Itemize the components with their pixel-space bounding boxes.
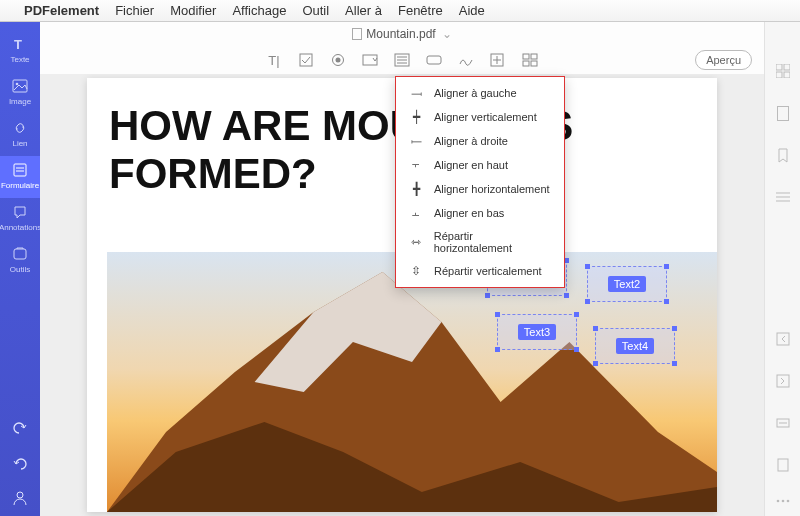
radio-icon: [331, 53, 345, 67]
checkbox-icon: [299, 53, 313, 67]
svg-rect-16: [427, 56, 441, 64]
svg-rect-27: [776, 64, 782, 70]
align-button[interactable]: [521, 52, 539, 68]
align-icon: [522, 53, 538, 67]
svg-point-7: [17, 492, 23, 498]
add-field-button[interactable]: [489, 52, 507, 68]
sidebar-item-label: Texte: [10, 55, 29, 64]
nav-prev-icon[interactable]: [774, 330, 792, 348]
dropdown-button[interactable]: [361, 52, 379, 68]
undo-icon: [12, 418, 28, 434]
nav-next-icon[interactable]: [774, 372, 792, 390]
distribute-v-icon: ⇳: [408, 264, 424, 278]
annotations-icon: [12, 204, 28, 220]
fit-page-icon[interactable]: [774, 456, 792, 474]
app-window: T Texte Image Lien Formulaire Annotation…: [0, 22, 800, 516]
grid-icon[interactable]: [774, 62, 792, 80]
sidebar-item-outils[interactable]: Outils: [0, 240, 40, 282]
sidebar-item-texte[interactable]: T Texte: [0, 30, 40, 72]
menu-item-label: Aligner à droite: [434, 135, 508, 147]
sidebar-item-lien[interactable]: Lien: [0, 114, 40, 156]
image-icon: [12, 78, 28, 94]
right-sidebar: [764, 22, 800, 516]
svg-rect-30: [784, 72, 790, 78]
menu-item-label: Répartir verticalement: [434, 265, 542, 277]
menu-item-align-left[interactable]: ⟞Aligner à gauche: [396, 81, 564, 105]
checkbox-button[interactable]: [297, 52, 315, 68]
lines-icon[interactable]: [774, 188, 792, 206]
menu-item-distribute-h[interactable]: ⇿Répartir horizontalement: [396, 225, 564, 259]
svg-rect-21: [531, 54, 537, 59]
form-toolbar: T| Aperçu: [40, 46, 764, 74]
svg-rect-35: [777, 333, 789, 345]
radio-button[interactable]: [329, 52, 347, 68]
menu-item-align-hcenter[interactable]: ╋Aligner horizontalement: [396, 177, 564, 201]
svg-point-40: [776, 500, 779, 503]
account-button[interactable]: [12, 480, 28, 516]
menubar-item[interactable]: Outil: [302, 3, 329, 18]
left-sidebar: T Texte Image Lien Formulaire Annotation…: [0, 22, 40, 516]
dots-icon[interactable]: [774, 498, 792, 516]
menu-item-label: Aligner à gauche: [434, 87, 517, 99]
form-field[interactable]: Text2: [587, 266, 667, 302]
text-field-button[interactable]: T|: [265, 52, 283, 68]
align-hcenter-icon: ╋: [408, 182, 424, 196]
menu-item-label: Aligner verticalement: [434, 111, 537, 123]
menubar-item[interactable]: Aller à: [345, 3, 382, 18]
bookmark-icon[interactable]: [774, 146, 792, 164]
text-field-icon: T|: [268, 53, 279, 68]
svg-point-42: [786, 500, 789, 503]
menubar-item[interactable]: Aide: [459, 3, 485, 18]
svg-rect-20: [523, 54, 529, 59]
svg-rect-36: [777, 375, 789, 387]
page-icon[interactable]: [774, 104, 792, 122]
tools-icon: [12, 246, 28, 262]
align-vcenter-icon: ┿: [408, 110, 424, 124]
svg-rect-29: [776, 72, 782, 78]
menubar-item[interactable]: Affichage: [232, 3, 286, 18]
macos-menubar: PDFelement Fichier Modifier Affichage Ou…: [0, 0, 800, 22]
listbox-button[interactable]: [393, 52, 411, 68]
menubar-item[interactable]: Modifier: [170, 3, 216, 18]
menu-item-label: Répartir horizontalement: [434, 230, 552, 254]
preview-button[interactable]: Aperçu: [695, 50, 752, 70]
redo-button[interactable]: [12, 444, 28, 480]
form-field[interactable]: Text3: [497, 314, 577, 350]
button-field-button[interactable]: [425, 52, 443, 68]
sidebar-item-annotations[interactable]: Annotations: [0, 198, 40, 240]
align-bottom-icon: ⫠: [408, 206, 424, 220]
svg-rect-23: [531, 61, 537, 66]
sidebar-item-label: Annotations: [0, 223, 41, 232]
center-area: Mountain.pdf ⌄ T| Aperçu HOW ARE MOUNTAI…: [40, 22, 764, 516]
undo-button[interactable]: [12, 408, 28, 444]
menu-item-distribute-v[interactable]: ⇳Répartir verticalement: [396, 259, 564, 283]
sidebar-item-label: Lien: [12, 139, 27, 148]
menu-item-label: Aligner horizontalement: [434, 183, 550, 195]
form-field[interactable]: Text4: [595, 328, 675, 364]
signature-button[interactable]: [457, 52, 475, 68]
link-icon: [12, 120, 28, 136]
user-icon: [12, 490, 28, 506]
menu-item-align-right[interactable]: ⟝Aligner à droite: [396, 129, 564, 153]
menu-item-align-bottom[interactable]: ⫠Aligner en bas: [396, 201, 564, 225]
align-top-icon: ⫟: [408, 158, 424, 172]
menubar-item[interactable]: Fichier: [115, 3, 154, 18]
titlebar: Mountain.pdf ⌄: [40, 22, 764, 46]
text-icon: T: [12, 36, 28, 52]
align-right-icon: ⟝: [408, 134, 424, 148]
signature-icon: [458, 53, 474, 67]
redo-icon: [12, 454, 28, 470]
svg-rect-28: [784, 64, 790, 70]
chevron-down-icon[interactable]: ⌄: [442, 27, 452, 41]
menu-item-align-top[interactable]: ⫟Aligner en haut: [396, 153, 564, 177]
sidebar-item-formulaire[interactable]: Formulaire: [0, 156, 40, 198]
menubar-app[interactable]: PDFelement: [24, 3, 99, 18]
menubar-item[interactable]: Fenêtre: [398, 3, 443, 18]
svg-rect-3: [14, 164, 26, 176]
svg-rect-22: [523, 61, 529, 66]
menu-item-align-vcenter[interactable]: ┿Aligner verticalement: [396, 105, 564, 129]
sidebar-item-label: Image: [9, 97, 31, 106]
sidebar-item-image[interactable]: Image: [0, 72, 40, 114]
sidebar-item-label: Outils: [10, 265, 30, 274]
fit-width-icon[interactable]: [774, 414, 792, 432]
